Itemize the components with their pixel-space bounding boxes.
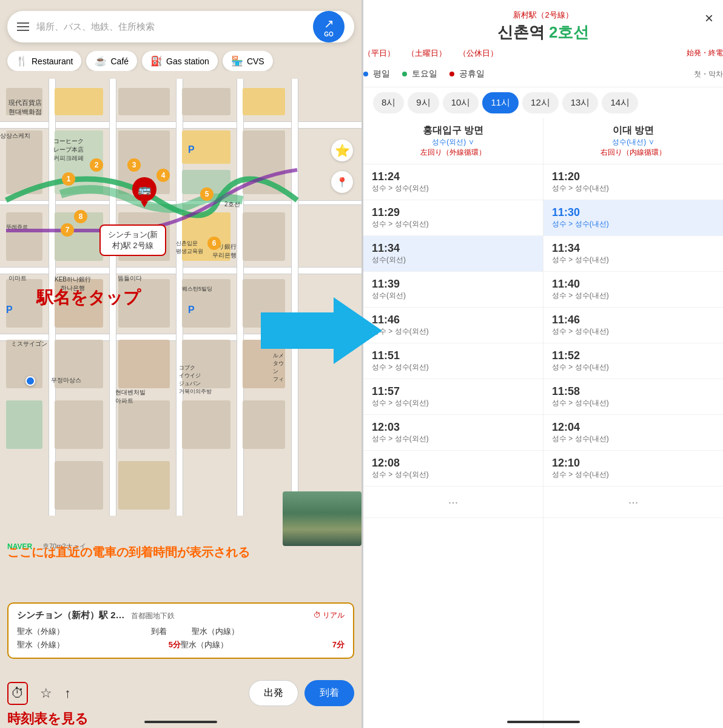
col-direction-jp-ewha: 右回り（内線循環） bbox=[552, 147, 715, 158]
category-gas[interactable]: ⛽ Gas station bbox=[142, 51, 218, 71]
toolbar-right: 出発 到着 bbox=[249, 680, 354, 706]
gas-label: Gas station bbox=[166, 56, 209, 66]
cafe-icon: ☕ bbox=[95, 55, 107, 67]
map-favorite-button[interactable]: ⭐ bbox=[331, 140, 353, 161]
time-entry-1151[interactable]: 11:51 성수 > 성수(외선) bbox=[363, 343, 543, 379]
route-1139: 성수(외선) bbox=[372, 291, 534, 301]
time-entry-r1120[interactable]: 11:20 성수 > 성수(내선) bbox=[543, 164, 723, 200]
depart-button[interactable]: 出発 bbox=[249, 680, 298, 706]
category-restaurant[interactable]: 🍴 Restaurant bbox=[7, 51, 81, 71]
realtime-label: ここには直近の電車の到着時間が表示される bbox=[7, 544, 250, 561]
saturday-tab[interactable]: 토요일 bbox=[402, 66, 437, 82]
time-entry-r1130[interactable]: 11:30 성수 > 성수(내선) bbox=[543, 200, 723, 236]
station-time-7min: 7分 bbox=[298, 639, 345, 650]
hour-tab-11[interactable]: 11시 bbox=[482, 92, 519, 113]
map-parking-p2: P bbox=[188, 305, 195, 315]
search-bar[interactable]: 場所、バス、地鉄、住所検索 ↗ GO bbox=[7, 11, 354, 42]
col-header-ewha: 이대 방면 성수(내선) ∨ 右回り（内線循環） bbox=[543, 118, 723, 164]
time-entry-1146[interactable]: 11:46 성수 > 성수(외선) bbox=[363, 308, 543, 343]
time-entry-1139[interactable]: 11:39 성수(외선) bbox=[363, 272, 543, 308]
hour-tab-12[interactable]: 12시 bbox=[522, 92, 559, 113]
time-1203: 12:03 bbox=[372, 421, 534, 434]
map-photo-thumbnail bbox=[283, 491, 362, 546]
hamburger-icon[interactable] bbox=[17, 22, 29, 31]
map-label-misc1: ミスサイゴン bbox=[11, 340, 47, 348]
time-entry-more-left[interactable]: ··· bbox=[363, 487, 543, 518]
timetable: 홍대입구 방면 성수(외선) ∨ 左回り（外線循環） 11:24 성수 > 성수… bbox=[363, 118, 723, 728]
hour-tab-14[interactable]: 14시 bbox=[602, 92, 638, 113]
time-entry-r1134[interactable]: 11:34 성수 > 성수(내선) bbox=[543, 236, 723, 272]
hour-tabs: 8시 9시 10시 11시 12시 13시 14시 bbox=[363, 87, 723, 118]
arrive-button[interactable]: 到着 bbox=[304, 680, 354, 706]
route-1208: 성수 > 성수(외선) bbox=[372, 470, 534, 480]
weekday-tab[interactable]: 평일 bbox=[363, 66, 390, 82]
route-1134: 성수(외선) bbox=[372, 255, 534, 265]
time-entry-r1152[interactable]: 11:52 성수 > 성수(내선) bbox=[543, 343, 723, 379]
time-entry-r1146[interactable]: 11:46 성수 > 성수(내선) bbox=[543, 308, 723, 343]
weekday-dot bbox=[363, 72, 368, 76]
time-entry-more-right[interactable]: ··· bbox=[543, 487, 723, 518]
time-1129: 11:29 bbox=[372, 206, 534, 219]
col-terminus-ewha[interactable]: 성수(내선) ∨ bbox=[552, 137, 715, 147]
day-type-jp-row: （平日） （土曜日） （公休日） 始発・終電 bbox=[363, 46, 723, 61]
station-card-header: シンチョン（新村）駅 2… 首都圏地下鉄 ⏱ リアル bbox=[17, 610, 345, 621]
map-label-department: 現代百貨店현대백화점 bbox=[8, 98, 42, 116]
restaurant-label: Restaurant bbox=[32, 56, 73, 66]
station-card-row-1: 聖水（外線） 到着 聖水（内線） bbox=[17, 625, 345, 638]
time-entry-1129[interactable]: 11:29 성수 > 성수(외선) bbox=[363, 200, 543, 236]
saturday-label: 토요일 bbox=[412, 69, 437, 78]
station-popup[interactable]: シンチョン(新村)駅 2号線 bbox=[99, 224, 166, 256]
time-entry-1208[interactable]: 12:08 성수 > 성수(외선) bbox=[363, 451, 543, 487]
map-label-6: 6 bbox=[207, 237, 221, 250]
hour-tab-8[interactable]: 8시 bbox=[373, 92, 404, 113]
station-popup-text: シンチョン(新村)駅 2号線 bbox=[107, 229, 159, 251]
go-button[interactable]: ↗ GO bbox=[313, 11, 345, 42]
hour-tab-10[interactable]: 10시 bbox=[443, 92, 479, 113]
saturday-jp: （土曜日） bbox=[407, 48, 446, 59]
map-label-2hosen: 2호선 bbox=[224, 200, 240, 209]
map-label-3: 3 bbox=[127, 158, 141, 172]
holiday-dot bbox=[449, 72, 454, 76]
holiday-tab[interactable]: 공휴일 bbox=[449, 66, 485, 82]
time-entry-1134[interactable]: 11:34 성수(외선) bbox=[363, 236, 543, 272]
map-label-ru: ルメタウンフィ bbox=[273, 352, 284, 383]
map-pin-icon: 🚌 bbox=[132, 177, 156, 201]
time-entry-r1210[interactable]: 12:10 성수 > 성수(내선) bbox=[543, 451, 723, 487]
time-1157: 11:57 bbox=[372, 385, 534, 398]
map-label-hyundai: 현대벤처빌아파트 bbox=[115, 388, 146, 405]
time-r1140: 11:40 bbox=[552, 278, 715, 291]
cvs-label: CVS bbox=[247, 56, 264, 66]
col-terminus-hongdae[interactable]: 성수(외선) ∨ bbox=[372, 137, 534, 147]
hour-tab-13[interactable]: 13시 bbox=[562, 92, 599, 113]
map-pin[interactable]: 🚌 bbox=[132, 177, 156, 207]
right-home-indicator bbox=[507, 721, 580, 723]
time-entry-1157[interactable]: 11:57 성수 > 성수(외선) bbox=[363, 379, 543, 415]
map-label-coffee: コーヒークレープ本店커피크레페 bbox=[53, 137, 84, 163]
hour-tab-9[interactable]: 9시 bbox=[408, 92, 439, 113]
current-location-dot bbox=[25, 376, 35, 386]
time-entry-r1158[interactable]: 11:58 성수 > 성수(내선) bbox=[543, 379, 723, 415]
map-label-west5: 웨스턴5빌딩 bbox=[182, 285, 212, 293]
map-parking-p3: P bbox=[6, 305, 13, 315]
favorite-button[interactable]: ☆ bbox=[40, 686, 52, 701]
close-button[interactable]: × bbox=[705, 10, 713, 27]
toolbar-left: ⏱ ☆ ↑ bbox=[7, 682, 71, 705]
share-button[interactable]: ↑ bbox=[64, 686, 71, 701]
time-entry-r1204[interactable]: 12:04 성수 > 성수(내선) bbox=[543, 415, 723, 451]
time-entry-1203[interactable]: 12:03 성수 > 성수(외선) bbox=[363, 415, 543, 451]
search-input[interactable]: 場所、バス、地鉄、住所検索 bbox=[36, 21, 155, 33]
time-entry-r1140[interactable]: 11:40 성수 > 성수(내선) bbox=[543, 272, 723, 308]
time-entry-1124[interactable]: 11:24 성수 > 성수(외선) bbox=[363, 164, 543, 200]
map-label-8: 8 bbox=[74, 210, 87, 223]
map-label-sinchon: 신촌입문평생교육원 bbox=[176, 240, 203, 255]
category-cvs[interactable]: 🏪 CVS bbox=[223, 51, 273, 71]
category-cafe[interactable]: ☕ Café bbox=[86, 51, 137, 71]
timetable-clock-button[interactable]: ⏱ bbox=[7, 682, 28, 705]
holiday-label: 공휴일 bbox=[459, 69, 485, 78]
route-1129: 성수 > 성수(외선) bbox=[372, 219, 534, 229]
map-label-imart: 이마트 bbox=[8, 274, 27, 283]
time-r1158: 11:58 bbox=[552, 385, 715, 398]
map-location-button[interactable]: 📍 bbox=[331, 171, 353, 193]
map-label-domi: 뜸들이다 bbox=[118, 274, 142, 283]
col-header-hongdae: 홍대입구 방면 성수(외선) ∨ 左回り（外線循環） bbox=[363, 118, 543, 164]
